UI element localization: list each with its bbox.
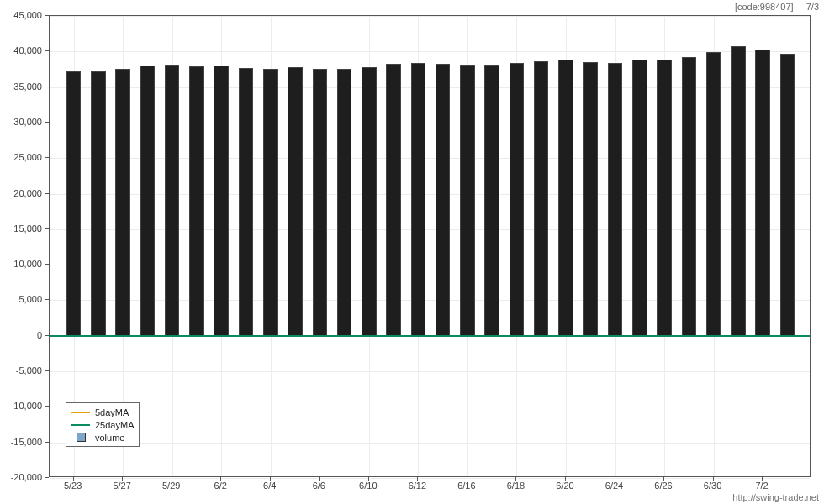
gridline-h	[50, 51, 810, 52]
x-tick-label: 7/2	[755, 480, 768, 491]
y-tick-mark	[45, 406, 49, 407]
x-tick-label: 6/30	[704, 480, 721, 491]
volume-bar	[362, 67, 377, 336]
x-tick-mark	[172, 477, 172, 481]
x-tick-label: 6/2	[214, 480, 227, 491]
volume-bar	[558, 60, 573, 336]
volume-bar	[510, 63, 525, 336]
x-tick-label: 6/10	[359, 480, 377, 491]
y-tick-mark	[45, 157, 49, 158]
x-tick-mark	[270, 477, 271, 481]
footer-url: http://swing-trade.net	[732, 492, 819, 502]
y-tick-label: 20,000	[0, 188, 42, 198]
x-tick-label: 6/6	[313, 480, 325, 491]
x-tick-mark	[319, 477, 320, 481]
x-tick-mark	[515, 477, 516, 481]
volume-bar	[239, 68, 254, 336]
x-tick-label: 6/26	[654, 480, 672, 491]
y-tick-label: 30,000	[0, 117, 42, 127]
x-tick-label: 5/29	[162, 480, 180, 491]
x-tick-mark	[713, 477, 714, 481]
gridline-h	[50, 16, 810, 17]
volume-bar	[313, 69, 328, 336]
y-tick-mark	[45, 442, 49, 443]
y-tick-mark	[45, 87, 49, 87]
x-tick-label: 5/27	[113, 480, 130, 491]
chart-container: [code:998407] 7/3 -20,000-15,000-10,000-…	[0, 0, 824, 504]
x-tick-mark	[467, 477, 467, 481]
y-tick-mark	[45, 228, 49, 229]
volume-bar	[214, 66, 229, 336]
legend-row: 25dayMA	[71, 418, 134, 431]
x-tick-mark	[565, 477, 566, 481]
plot-area	[49, 15, 811, 477]
x-tick-mark	[615, 477, 615, 481]
code-label: [code:998407]	[735, 2, 794, 12]
volume-bar	[731, 46, 746, 335]
header-date: 7/3	[806, 2, 819, 12]
y-tick-mark	[45, 50, 49, 51]
x-tick-mark	[220, 477, 221, 481]
x-tick-mark	[663, 477, 664, 481]
volume-bar	[755, 50, 770, 336]
volume-bar	[583, 62, 598, 336]
volume-bar	[263, 69, 278, 336]
x-tick-mark	[122, 477, 123, 481]
volume-bar	[780, 54, 795, 336]
gridline-h	[50, 371, 810, 372]
x-tick-mark	[368, 477, 369, 481]
legend-row: 5dayMA	[71, 406, 134, 418]
x-tick-mark	[762, 477, 763, 481]
y-tick-label: 40,000	[0, 45, 42, 55]
y-tick-label: 35,000	[0, 81, 42, 92]
x-tick-label: 6/18	[507, 480, 525, 491]
y-tick-label: 10,000	[0, 259, 42, 269]
x-tick-label: 6/24	[605, 480, 623, 491]
x-tick-mark	[417, 477, 418, 481]
volume-bar	[288, 67, 303, 336]
volume-bar	[436, 64, 451, 336]
volume-bar	[66, 71, 82, 336]
x-tick-mark	[73, 477, 74, 481]
x-tick-label: 6/20	[556, 480, 573, 491]
legend-swatch-box	[77, 433, 86, 442]
volume-bar	[189, 66, 204, 336]
legend-label: volume	[95, 433, 124, 443]
y-tick-mark	[45, 335, 49, 336]
volume-bar	[386, 64, 401, 336]
y-tick-mark	[45, 299, 49, 300]
legend-swatch-line	[71, 424, 90, 426]
y-tick-label: 25,000	[0, 152, 42, 162]
volume-bar	[682, 57, 697, 336]
y-tick-label: -5,000	[0, 365, 42, 375]
volume-bar	[337, 69, 352, 336]
x-tick-label: 6/12	[409, 480, 426, 491]
volume-bar	[460, 65, 475, 336]
y-tick-label: -20,000	[0, 472, 42, 482]
volume-bar	[657, 60, 672, 335]
y-tick-mark	[45, 370, 49, 371]
header-annotation: [code:998407] 7/3	[735, 2, 819, 12]
volume-bar	[484, 65, 499, 335]
volume-bar	[140, 66, 156, 336]
volume-bar	[706, 52, 721, 336]
y-tick-label: -10,000	[0, 401, 42, 411]
y-tick-label: 5,000	[0, 294, 42, 304]
ma25-line	[50, 335, 810, 337]
volume-bar	[91, 71, 106, 336]
gridline-h	[50, 443, 810, 444]
legend-row: volume	[71, 431, 134, 444]
x-tick-label: 6/16	[457, 480, 475, 491]
volume-bar	[534, 61, 549, 336]
legend: 5dayMA25dayMAvolume	[66, 402, 140, 447]
volume-bar	[411, 63, 426, 336]
legend-label: 25dayMA	[95, 420, 134, 430]
x-tick-label: 5/23	[64, 480, 82, 491]
volume-bar	[632, 60, 647, 335]
legend-swatch-line	[71, 412, 90, 413]
gridline-h	[50, 407, 810, 407]
y-tick-label: 45,000	[0, 10, 42, 20]
y-tick-mark	[45, 477, 49, 478]
y-tick-label: 0	[0, 330, 42, 340]
x-tick-label: 6/4	[263, 480, 276, 491]
